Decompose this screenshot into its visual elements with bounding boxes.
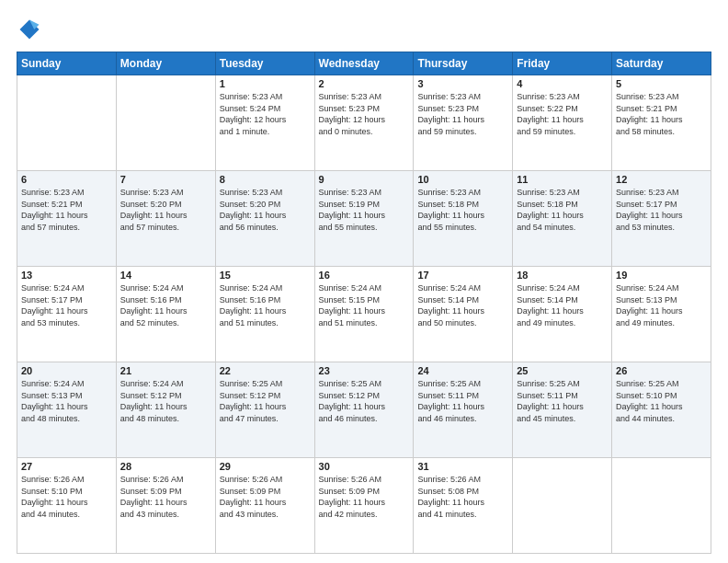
day-info: Sunrise: 5:23 AM Sunset: 5:21 PM Dayligh… bbox=[21, 187, 112, 233]
day-number: 20 bbox=[21, 365, 112, 376]
day-info: Sunrise: 5:24 AM Sunset: 5:17 PM Dayligh… bbox=[21, 282, 112, 328]
day-info: Sunrise: 5:26 AM Sunset: 5:09 PM Dayligh… bbox=[319, 474, 410, 520]
day-number: 28 bbox=[120, 461, 211, 472]
day-cell: 15Sunrise: 5:24 AM Sunset: 5:16 PM Dayli… bbox=[215, 267, 314, 362]
weekday-header-wednesday: Wednesday bbox=[314, 52, 414, 75]
day-info: Sunrise: 5:24 AM Sunset: 5:14 PM Dayligh… bbox=[517, 282, 608, 328]
day-info: Sunrise: 5:26 AM Sunset: 5:09 PM Dayligh… bbox=[120, 474, 211, 520]
day-cell: 8Sunrise: 5:23 AM Sunset: 5:20 PM Daylig… bbox=[215, 171, 314, 267]
day-cell: 10Sunrise: 5:23 AM Sunset: 5:18 PM Dayli… bbox=[414, 171, 513, 267]
day-cell: 11Sunrise: 5:23 AM Sunset: 5:18 PM Dayli… bbox=[513, 171, 612, 267]
day-info: Sunrise: 5:25 AM Sunset: 5:10 PM Dayligh… bbox=[616, 378, 707, 424]
day-info: Sunrise: 5:24 AM Sunset: 5:14 PM Dayligh… bbox=[417, 282, 508, 328]
day-info: Sunrise: 5:23 AM Sunset: 5:20 PM Dayligh… bbox=[120, 187, 211, 233]
day-number: 9 bbox=[319, 174, 410, 185]
day-info: Sunrise: 5:24 AM Sunset: 5:13 PM Dayligh… bbox=[616, 282, 707, 328]
day-number: 3 bbox=[417, 78, 508, 89]
day-info: Sunrise: 5:24 AM Sunset: 5:16 PM Dayligh… bbox=[120, 282, 211, 328]
day-cell: 12Sunrise: 5:23 AM Sunset: 5:17 PM Dayli… bbox=[612, 171, 711, 267]
day-info: Sunrise: 5:23 AM Sunset: 5:20 PM Dayligh… bbox=[220, 187, 311, 233]
day-info: Sunrise: 5:23 AM Sunset: 5:23 PM Dayligh… bbox=[417, 91, 508, 137]
day-cell: 5Sunrise: 5:23 AM Sunset: 5:21 PM Daylig… bbox=[612, 75, 711, 171]
day-cell bbox=[116, 75, 215, 171]
day-info: Sunrise: 5:26 AM Sunset: 5:09 PM Dayligh… bbox=[220, 474, 311, 520]
header bbox=[17, 17, 711, 42]
day-number: 24 bbox=[417, 365, 508, 376]
day-info: Sunrise: 5:23 AM Sunset: 5:23 PM Dayligh… bbox=[319, 91, 410, 137]
day-info: Sunrise: 5:23 AM Sunset: 5:19 PM Dayligh… bbox=[319, 187, 410, 233]
day-info: Sunrise: 5:25 AM Sunset: 5:12 PM Dayligh… bbox=[319, 378, 410, 424]
day-cell: 19Sunrise: 5:24 AM Sunset: 5:13 PM Dayli… bbox=[612, 267, 711, 362]
day-cell: 7Sunrise: 5:23 AM Sunset: 5:20 PM Daylig… bbox=[116, 171, 215, 267]
day-info: Sunrise: 5:25 AM Sunset: 5:12 PM Dayligh… bbox=[220, 378, 311, 424]
day-cell: 20Sunrise: 5:24 AM Sunset: 5:13 PM Dayli… bbox=[17, 362, 117, 458]
day-number: 18 bbox=[517, 270, 608, 281]
day-number: 14 bbox=[120, 270, 211, 281]
day-number: 25 bbox=[517, 365, 608, 376]
calendar: SundayMondayTuesdayWednesdayThursdayFrid… bbox=[17, 52, 711, 554]
day-cell: 27Sunrise: 5:26 AM Sunset: 5:10 PM Dayli… bbox=[17, 458, 117, 554]
day-number: 19 bbox=[616, 270, 707, 281]
day-number: 26 bbox=[616, 365, 707, 376]
weekday-header-sunday: Sunday bbox=[17, 52, 117, 75]
day-cell: 23Sunrise: 5:25 AM Sunset: 5:12 PM Dayli… bbox=[314, 362, 414, 458]
day-info: Sunrise: 5:26 AM Sunset: 5:10 PM Dayligh… bbox=[21, 474, 112, 520]
day-cell: 16Sunrise: 5:24 AM Sunset: 5:15 PM Dayli… bbox=[314, 267, 414, 362]
day-cell: 1Sunrise: 5:23 AM Sunset: 5:24 PM Daylig… bbox=[215, 75, 314, 171]
day-number: 7 bbox=[120, 174, 211, 185]
weekday-header-row: SundayMondayTuesdayWednesdayThursdayFrid… bbox=[17, 52, 711, 75]
page: SundayMondayTuesdayWednesdayThursdayFrid… bbox=[0, 0, 728, 563]
day-info: Sunrise: 5:24 AM Sunset: 5:15 PM Dayligh… bbox=[319, 282, 410, 328]
day-cell: 29Sunrise: 5:26 AM Sunset: 5:09 PM Dayli… bbox=[215, 458, 314, 554]
day-info: Sunrise: 5:24 AM Sunset: 5:13 PM Dayligh… bbox=[21, 378, 112, 424]
week-row-4: 20Sunrise: 5:24 AM Sunset: 5:13 PM Dayli… bbox=[17, 362, 711, 458]
day-info: Sunrise: 5:23 AM Sunset: 5:21 PM Dayligh… bbox=[616, 91, 707, 137]
day-number: 10 bbox=[417, 174, 508, 185]
day-cell: 17Sunrise: 5:24 AM Sunset: 5:14 PM Dayli… bbox=[414, 267, 513, 362]
day-number: 6 bbox=[21, 174, 112, 185]
day-cell: 31Sunrise: 5:26 AM Sunset: 5:08 PM Dayli… bbox=[414, 458, 513, 554]
day-number: 16 bbox=[319, 270, 410, 281]
day-info: Sunrise: 5:26 AM Sunset: 5:08 PM Dayligh… bbox=[417, 474, 508, 520]
week-row-2: 6Sunrise: 5:23 AM Sunset: 5:21 PM Daylig… bbox=[17, 171, 711, 267]
day-info: Sunrise: 5:23 AM Sunset: 5:18 PM Dayligh… bbox=[417, 187, 508, 233]
day-info: Sunrise: 5:23 AM Sunset: 5:22 PM Dayligh… bbox=[517, 91, 608, 137]
weekday-header-friday: Friday bbox=[513, 52, 612, 75]
day-info: Sunrise: 5:25 AM Sunset: 5:11 PM Dayligh… bbox=[517, 378, 608, 424]
weekday-header-tuesday: Tuesday bbox=[215, 52, 314, 75]
day-info: Sunrise: 5:24 AM Sunset: 5:16 PM Dayligh… bbox=[220, 282, 311, 328]
day-cell: 3Sunrise: 5:23 AM Sunset: 5:23 PM Daylig… bbox=[414, 75, 513, 171]
day-number: 30 bbox=[319, 461, 410, 472]
day-number: 13 bbox=[21, 270, 112, 281]
day-cell bbox=[612, 458, 711, 554]
day-number: 11 bbox=[517, 174, 608, 185]
weekday-header-thursday: Thursday bbox=[414, 52, 513, 75]
day-info: Sunrise: 5:23 AM Sunset: 5:18 PM Dayligh… bbox=[517, 187, 608, 233]
day-cell: 2Sunrise: 5:23 AM Sunset: 5:23 PM Daylig… bbox=[314, 75, 414, 171]
day-cell: 25Sunrise: 5:25 AM Sunset: 5:11 PM Dayli… bbox=[513, 362, 612, 458]
day-cell: 24Sunrise: 5:25 AM Sunset: 5:11 PM Dayli… bbox=[414, 362, 513, 458]
logo bbox=[17, 17, 46, 42]
day-cell: 30Sunrise: 5:26 AM Sunset: 5:09 PM Dayli… bbox=[314, 458, 414, 554]
week-row-1: 1Sunrise: 5:23 AM Sunset: 5:24 PM Daylig… bbox=[17, 75, 711, 171]
day-info: Sunrise: 5:25 AM Sunset: 5:11 PM Dayligh… bbox=[417, 378, 508, 424]
weekday-header-monday: Monday bbox=[116, 52, 215, 75]
week-row-3: 13Sunrise: 5:24 AM Sunset: 5:17 PM Dayli… bbox=[17, 267, 711, 362]
day-number: 1 bbox=[220, 78, 311, 89]
day-cell bbox=[513, 458, 612, 554]
day-cell: 13Sunrise: 5:24 AM Sunset: 5:17 PM Dayli… bbox=[17, 267, 117, 362]
day-cell: 26Sunrise: 5:25 AM Sunset: 5:10 PM Dayli… bbox=[612, 362, 711, 458]
day-cell: 4Sunrise: 5:23 AM Sunset: 5:22 PM Daylig… bbox=[513, 75, 612, 171]
day-cell bbox=[17, 75, 117, 171]
day-number: 23 bbox=[319, 365, 410, 376]
day-number: 31 bbox=[417, 461, 508, 472]
day-number: 4 bbox=[517, 78, 608, 89]
day-cell: 18Sunrise: 5:24 AM Sunset: 5:14 PM Dayli… bbox=[513, 267, 612, 362]
weekday-header-saturday: Saturday bbox=[612, 52, 711, 75]
day-number: 21 bbox=[120, 365, 211, 376]
day-cell: 28Sunrise: 5:26 AM Sunset: 5:09 PM Dayli… bbox=[116, 458, 215, 554]
day-number: 12 bbox=[616, 174, 707, 185]
day-cell: 9Sunrise: 5:23 AM Sunset: 5:19 PM Daylig… bbox=[314, 171, 414, 267]
day-number: 15 bbox=[220, 270, 311, 281]
week-row-5: 27Sunrise: 5:26 AM Sunset: 5:10 PM Dayli… bbox=[17, 458, 711, 554]
